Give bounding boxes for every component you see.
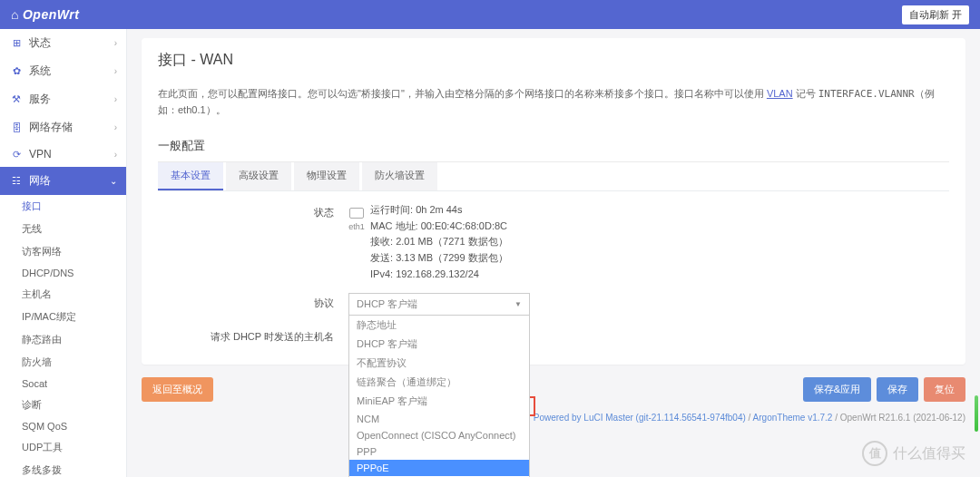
status-label: 状态 bbox=[158, 202, 348, 219]
sub-socat[interactable]: Socat bbox=[0, 374, 126, 394]
sub-multiwan[interactable]: 多线多拨 bbox=[0, 459, 126, 477]
system-icon: ✿ bbox=[11, 66, 22, 77]
protocol-select[interactable]: DHCP 客户端 ▼ bbox=[348, 293, 530, 316]
sub-hostname[interactable]: 主机名 bbox=[0, 283, 126, 306]
scroll-indicator bbox=[975, 395, 978, 432]
sub-staticroute[interactable]: 静态路由 bbox=[0, 328, 126, 351]
sub-diag[interactable]: 诊断 bbox=[0, 394, 126, 416]
proto-bonding[interactable]: 链路聚合（通道绑定） bbox=[349, 373, 529, 392]
sub-firewall[interactable]: 防火墙 bbox=[0, 351, 126, 374]
footer-luci-link[interactable]: Powered by LuCI Master (git-21.114.56541… bbox=[534, 413, 746, 423]
proto-ncm[interactable]: NCM bbox=[349, 411, 529, 427]
sidebar-item-status[interactable]: ⊞状态› bbox=[0, 29, 126, 57]
chevron-right-icon: › bbox=[114, 150, 117, 160]
status-icon: ⊞ bbox=[11, 38, 22, 49]
sidebar-item-vpn[interactable]: ⟳VPN› bbox=[0, 141, 126, 167]
caret-down-icon: ▼ bbox=[514, 300, 522, 308]
sidebar-item-system[interactable]: ✿系统› bbox=[0, 57, 126, 85]
network-icon: ☷ bbox=[11, 176, 22, 187]
sidebar-item-storage[interactable]: 🗄网络存储› bbox=[0, 113, 126, 141]
tab-basic[interactable]: 基本设置 bbox=[158, 162, 223, 190]
tab-firewall[interactable]: 防火墙设置 bbox=[362, 162, 437, 190]
save-button[interactable]: 保存 bbox=[877, 377, 918, 402]
vpn-icon: ⟳ bbox=[11, 149, 22, 160]
chevron-down-icon: ⌄ bbox=[110, 176, 117, 186]
services-icon: ⚒ bbox=[11, 94, 22, 105]
page-description: 在此页面，您可以配置网络接口。您可以勾选"桥接接口"，并输入由空格分隔的多个网络… bbox=[158, 86, 949, 118]
chevron-right-icon: › bbox=[114, 38, 117, 48]
footer: Powered by LuCI Master (git-21.114.56541… bbox=[142, 413, 965, 423]
proto-ppp[interactable]: PPP bbox=[349, 443, 529, 460]
reset-button[interactable]: 复位 bbox=[924, 377, 965, 402]
sub-sqm[interactable]: SQM QoS bbox=[0, 416, 126, 436]
proto-none[interactable]: 不配置协议 bbox=[349, 354, 529, 373]
sidebar-item-services[interactable]: ⚒服务› bbox=[0, 85, 126, 113]
sub-wireless[interactable]: 无线 bbox=[0, 218, 126, 240]
proto-openconnect[interactable]: OpenConnect (CISCO AnyConnect) bbox=[349, 427, 529, 443]
chevron-right-icon: › bbox=[114, 94, 117, 104]
interface-status: eth1 运行时间: 0h 2m 44s MAC 地址: 00:E0:4C:68… bbox=[348, 202, 949, 282]
brand-text: OpenWrt bbox=[23, 7, 79, 22]
brand-logo: ⌂ OpenWrt bbox=[11, 7, 79, 22]
logo-mark: ⌂ bbox=[11, 7, 19, 22]
sub-guest[interactable]: 访客网络 bbox=[0, 240, 126, 263]
sidebar: ⊞状态› ✿系统› ⚒服务› 🗄网络存储› ⟳VPN› ☷网络⌄ 接口 无线 访… bbox=[0, 29, 127, 477]
ethernet-icon: eth1 bbox=[348, 208, 365, 233]
section-general: 一般配置 bbox=[158, 131, 949, 162]
vlan-link[interactable]: VLAN bbox=[767, 88, 793, 99]
proto-static[interactable]: 静态地址 bbox=[349, 316, 529, 335]
config-tabs: 基本设置 高级设置 物理设置 防火墙设置 bbox=[158, 162, 949, 191]
autorefresh-toggle[interactable]: 自动刷新 开 bbox=[902, 5, 969, 24]
sidebar-item-network[interactable]: ☷网络⌄ bbox=[0, 167, 126, 195]
sub-interfaces[interactable]: 接口 bbox=[0, 195, 126, 218]
storage-icon: 🗄 bbox=[11, 122, 22, 133]
footer-theme-link[interactable]: ArgonTheme v1.7.2 bbox=[753, 413, 833, 423]
back-button[interactable]: 返回至概况 bbox=[142, 377, 213, 402]
tab-physical[interactable]: 物理设置 bbox=[294, 162, 359, 190]
proto-dhcp[interactable]: DHCP 客户端 bbox=[349, 335, 529, 354]
proto-pppoe[interactable]: PPPoE bbox=[349, 460, 529, 476]
chevron-right-icon: › bbox=[114, 66, 117, 76]
chevron-right-icon: › bbox=[114, 122, 117, 132]
save-apply-button[interactable]: 保存&应用 bbox=[803, 377, 871, 402]
hostname-label: 请求 DHCP 时发送的主机名 bbox=[158, 326, 348, 344]
page-title: 接口 - WAN bbox=[158, 51, 949, 77]
sub-udp[interactable]: UDP工具 bbox=[0, 436, 126, 459]
protocol-dropdown: 静态地址 DHCP 客户端 不配置协议 链路聚合（通道绑定） MiniEAP 客… bbox=[348, 316, 530, 477]
sub-ipmac[interactable]: IP/MAC绑定 bbox=[0, 306, 126, 328]
proto-minieap[interactable]: MiniEAP 客户端 bbox=[349, 392, 529, 411]
sub-dhcpdns[interactable]: DHCP/DNS bbox=[0, 263, 126, 283]
protocol-label: 协议 bbox=[158, 293, 348, 310]
tab-advanced[interactable]: 高级设置 bbox=[226, 162, 291, 190]
